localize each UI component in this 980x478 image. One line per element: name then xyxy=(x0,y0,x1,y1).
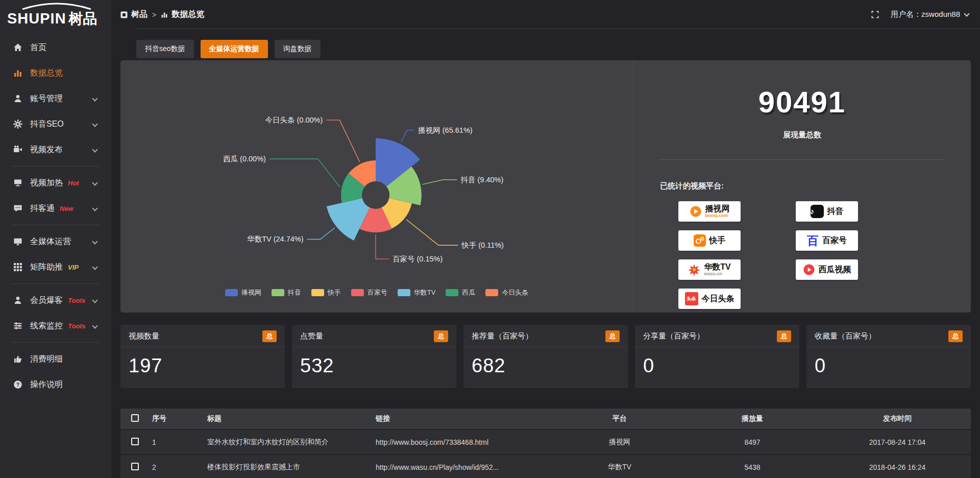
gear-icon xyxy=(13,119,23,129)
stat-value: 682 xyxy=(463,347,628,377)
baijiahao-icon: 百 xyxy=(807,235,819,247)
legend-item[interactable]: 快手 xyxy=(311,288,341,297)
select-all-checkbox[interactable] xyxy=(131,414,139,422)
legend-item[interactable]: 百家号 xyxy=(351,288,387,297)
videos-table: 序号 标题 链接 平台 播放量 发布时间 1 室外水纹灯和室内水纹灯的区别和简介… xyxy=(120,408,971,478)
platforms-title: 已统计的视频平台: xyxy=(660,181,971,191)
cell-url-link[interactable]: http://www.boosj.com/7338468.html xyxy=(371,430,558,454)
chat-bubble-icon xyxy=(13,204,23,213)
user-icon xyxy=(13,94,23,103)
sidebar-item-video-heating[interactable]: 视频加热 Hot xyxy=(0,170,111,196)
tab-douyin-seo-data[interactable]: 抖音seo数据 xyxy=(136,40,194,58)
sidebar-item-omnimedia-operation[interactable]: 全媒体运营 xyxy=(0,229,111,254)
platform-badges: 播视网boosj.com 快手 华数TVwasu.cn 头条 今日头条 xyxy=(678,201,971,309)
sidebar-item-video-publish[interactable]: 视频发布 xyxy=(0,137,111,162)
stat-value: 532 xyxy=(292,347,456,377)
legend-item[interactable]: 今日头条 xyxy=(485,288,528,297)
topbar: 树品 > 数据总览 用户名：zswodun88 xyxy=(111,0,980,29)
tab-omnimedia-operation-data[interactable]: 全媒体运营数据 xyxy=(201,40,268,58)
tab-inquiry-data[interactable]: 询盘数据 xyxy=(275,40,321,58)
menu-divider xyxy=(11,342,100,343)
label-line-4 xyxy=(307,228,335,239)
cell-platform: 播视网 xyxy=(558,430,681,454)
platform-badge-xigua: 西瓜视频 xyxy=(796,259,858,280)
tools-tag: Tools xyxy=(68,297,85,304)
vip-tag: VIP xyxy=(68,264,79,271)
total-badge: 总 xyxy=(777,330,791,342)
platform-badge-wasu: 华数TVwasu.cn xyxy=(678,259,741,280)
boosj-icon xyxy=(690,205,702,218)
legend-swatch xyxy=(446,289,458,296)
overview-panel: 播视网 (65.61%)抖音 (9.40%)快手 (0.11%)百家号 (0.1… xyxy=(120,60,971,313)
legend-item[interactable]: 西瓜 xyxy=(446,288,475,297)
label-line-3 xyxy=(376,234,389,259)
sidebar-item-account-management[interactable]: 账号管理 xyxy=(0,86,111,111)
table-row: 1 室外水纹灯和室内水纹灯的区别和简介 http://www.boosj.com… xyxy=(120,430,971,454)
platform-badge-douyin: ♪ 抖音 xyxy=(796,201,858,222)
sidebar-menu: 首页 数据总览 账号管理 抖音SEO 视频发布 视频加热 Hot xyxy=(0,31,111,397)
monitor-icon xyxy=(13,237,23,246)
impressions-total-label: 展现量总数 xyxy=(633,130,971,140)
chevron-down-icon xyxy=(964,11,969,16)
fullscreen-icon[interactable] xyxy=(871,10,879,19)
stat-value: 197 xyxy=(120,347,285,377)
chevron-down-icon xyxy=(92,180,97,185)
cell-index: 2 xyxy=(147,455,202,478)
douyin-icon: ♪ xyxy=(811,205,824,218)
sidebar-item-douyin-seo[interactable]: 抖音SEO xyxy=(0,111,111,137)
pie-slice-4[interactable] xyxy=(327,198,370,241)
user-menu[interactable]: 用户名：zswodun88 xyxy=(891,10,969,19)
label-line-6 xyxy=(326,120,359,162)
billboard-icon xyxy=(13,178,23,187)
menu-divider xyxy=(11,283,100,284)
cell-url-link[interactable]: http://www.wasu.cn/Play/show/id/952... xyxy=(371,455,558,478)
stat-value: 0 xyxy=(635,347,799,377)
app-logo: SHUPIN树品 xyxy=(0,0,111,31)
platform-badge-kuaishou: 快手 xyxy=(678,230,741,251)
chevron-down-icon xyxy=(92,297,97,303)
legend-swatch xyxy=(225,289,238,296)
cell-title-link[interactable]: 室外水纹灯和室内水纹灯的区别和简介 xyxy=(202,430,371,454)
sidebar-item-data-overview[interactable]: 数据总览 xyxy=(0,60,111,86)
label-line-0 xyxy=(401,130,414,142)
bar-chart-icon xyxy=(161,11,168,18)
pie-label-2: 快手 (0.11%) xyxy=(461,241,504,249)
sidebar-item-home[interactable]: 首页 xyxy=(0,35,111,60)
sidebar-item-matrix-boost[interactable]: 矩阵助推 VIP xyxy=(0,254,111,280)
sidebar-item-member-burst[interactable]: 会员爆客 Tools xyxy=(0,288,111,313)
row-checkbox[interactable] xyxy=(131,463,139,470)
data-tabs: 抖音seo数据 全媒体运营数据 询盘数据 xyxy=(136,40,971,58)
legend-swatch xyxy=(311,289,324,296)
breadcrumb-current: 数据总览 xyxy=(172,9,204,20)
question-circle-icon: ? xyxy=(13,380,23,389)
pie-label-6: 今日头条 (0.00%) xyxy=(265,116,323,124)
legend-item[interactable]: 抖音 xyxy=(272,288,301,297)
rose-chart[interactable]: 播视网 (65.61%)抖音 (9.40%)快手 (0.11%)百家号 (0.1… xyxy=(120,66,633,286)
cell-platform: 华数TV xyxy=(558,455,681,478)
sidebar: SHUPIN树品 首页 数据总览 账号管理 抖音SEO 视频发布 xyxy=(0,0,111,478)
tools-tag: Tools xyxy=(68,322,85,330)
new-tag: New xyxy=(60,205,74,212)
stat-cards: 视频数量总 197 点赞量总 532 推荐量（百家号）总 682 分享量（百家号… xyxy=(120,325,971,388)
label-line-5 xyxy=(270,159,340,187)
sidebar-item-consumption-detail[interactable]: 消费明细 xyxy=(0,346,111,372)
kuaishou-icon xyxy=(694,234,706,247)
legend-item[interactable]: 华数TV xyxy=(398,288,436,297)
legend-swatch xyxy=(398,289,410,296)
pie-label-5: 西瓜 (0.00%) xyxy=(223,155,266,163)
sidebar-item-lead-monitoring[interactable]: 线索监控 Tools xyxy=(0,313,111,339)
breadcrumb-root[interactable]: 树品 xyxy=(131,9,148,20)
pie-label-4: 华数TV (24.74%) xyxy=(247,235,303,243)
legend-swatch xyxy=(485,289,498,296)
legend-item[interactable]: 播视网 xyxy=(225,288,261,297)
sidebar-item-operation-guide[interactable]: ? 操作说明 xyxy=(0,372,111,397)
sidebar-item-doketong[interactable]: 抖客通 New xyxy=(0,196,111,221)
impressions-summary: 90491 展现量总数 已统计的视频平台: 播视网boosj.com 快手 xyxy=(633,60,971,313)
chevron-down-icon xyxy=(92,238,97,244)
stat-card-shares: 分享量（百家号）总 0 xyxy=(635,325,799,388)
platform-badge-toutiao: 头条 今日头条 xyxy=(678,289,741,309)
logo-text-en: SHUPIN xyxy=(7,10,66,27)
hot-tag: Hot xyxy=(68,179,79,187)
row-checkbox[interactable] xyxy=(131,438,139,445)
cell-title-link[interactable]: 楼体投影灯投影效果震撼上市 xyxy=(202,455,371,478)
